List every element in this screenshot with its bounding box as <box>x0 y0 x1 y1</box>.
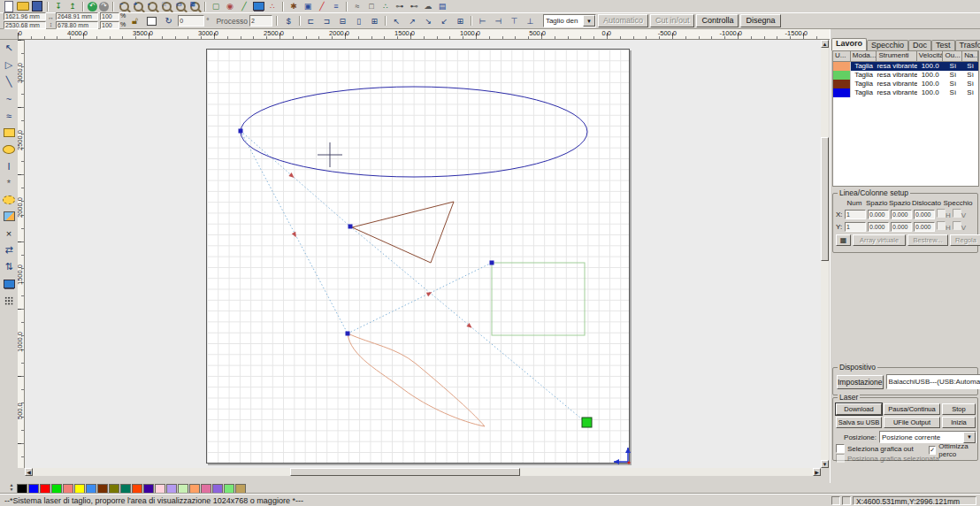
salva-su-usb-button[interactable]: Salva su USB <box>836 417 882 428</box>
laser-head-marker[interactable] <box>582 418 592 427</box>
selection-node[interactable] <box>490 261 494 265</box>
color-swatch[interactable] <box>143 484 154 494</box>
undo-icon[interactable]: ↶ <box>88 2 97 12</box>
cut-mode-combo[interactable]: Taglio den ▼ <box>543 14 596 27</box>
cut-in-out-button[interactable]: Cut in/out <box>650 14 695 27</box>
trace-pen-icon[interactable]: ╱ <box>316 1 328 12</box>
layer-row[interactable]: Tagliaresa vibrante100.0SìSì <box>833 71 978 80</box>
chevron-down-icon[interactable]: ▼ <box>583 15 595 27</box>
curve-tool-icon[interactable]: ≈ <box>351 1 364 12</box>
vertical-scroll-thumb[interactable] <box>821 137 829 261</box>
y-position-field[interactable] <box>4 21 46 29</box>
automatico-button[interactable]: Automatico <box>598 14 648 27</box>
weld-icon[interactable]: $ <box>281 14 296 28</box>
y-array-field-0[interactable] <box>845 222 866 232</box>
simulate-icon[interactable]: ◉ <box>224 1 236 12</box>
import-icon[interactable]: ↧ <box>52 1 65 12</box>
lock-ratio-button[interactable]: 🔓︎ <box>127 14 142 28</box>
zoom-out-icon[interactable]: − <box>118 1 130 12</box>
disegna-button[interactable]: Disegna <box>740 14 780 27</box>
zoom-selection-icon[interactable]: ▪ <box>146 1 158 12</box>
travel-path-2[interactable] <box>241 131 348 334</box>
processo-field[interactable] <box>249 15 272 27</box>
color-swatch[interactable] <box>63 484 73 494</box>
selection-node[interactable] <box>239 129 243 134</box>
fit-vertical-icon[interactable]: ▯ <box>351 14 366 28</box>
group-icon[interactable]: ⊶ <box>394 1 406 12</box>
ungroup-icon[interactable]: ⊷ <box>408 1 420 12</box>
scale-x-field[interactable] <box>100 12 119 20</box>
x-mirror-h-checkbox[interactable] <box>937 209 946 218</box>
redo-icon[interactable]: ↷ <box>99 2 109 12</box>
y-array-field-3[interactable] <box>914 222 935 232</box>
x-position-field[interactable] <box>4 12 46 20</box>
inizia-button[interactable]: Inizia <box>942 417 976 428</box>
array-tool-icon[interactable] <box>1 294 17 307</box>
color-swatch[interactable] <box>97 484 108 494</box>
rect-outline-icon[interactable]: □ <box>365 1 378 12</box>
width-field[interactable] <box>56 12 98 20</box>
properties-panel-icon[interactable]: ▤ <box>436 1 448 12</box>
zoom-window-icon[interactable]: ⊞ <box>188 1 201 12</box>
color-swatch[interactable] <box>120 484 131 494</box>
color-swatch[interactable] <box>166 484 177 494</box>
scroll-right-button[interactable]: ▶ <box>813 468 821 476</box>
curve-tool-icon[interactable]: ≈ <box>1 109 17 122</box>
color-swatch[interactable] <box>86 484 96 494</box>
selection-node[interactable] <box>348 225 353 229</box>
zoom-in-icon[interactable]: + <box>132 1 144 12</box>
color-swatch[interactable] <box>178 484 188 494</box>
controlla-button[interactable]: Controlla <box>696 14 739 27</box>
tab-trasforma[interactable]: Trasforma <box>955 40 980 50</box>
line-tool-icon[interactable]: ╲ <box>1 75 17 88</box>
pen-preview-icon[interactable]: ╱ <box>238 1 250 12</box>
x-array-field-2[interactable] <box>891 210 912 219</box>
palette-scroll[interactable]: ▲▼ <box>7 483 16 494</box>
select-tool-icon[interactable]: ↖ <box>1 42 17 55</box>
device-display-icon[interactable]: ▣ <box>302 1 314 12</box>
x-array-field-0[interactable] <box>845 210 866 219</box>
color-swatch[interactable] <box>74 484 85 494</box>
delete-tool-icon[interactable]: × <box>1 226 17 240</box>
rotate-angle-field[interactable] <box>178 15 204 27</box>
rectangle-shape[interactable] <box>492 263 585 335</box>
save-icon[interactable] <box>31 1 43 12</box>
array-preview-button[interactable]: ▦ <box>836 234 851 246</box>
y-mirror-h-checkbox[interactable] <box>937 221 946 230</box>
same-height-icon[interactable]: ⊐ <box>319 14 334 28</box>
node-check-icon[interactable]: ∴ <box>379 1 392 12</box>
horizontal-scrollbar[interactable]: ◀ ▶ <box>25 468 821 476</box>
scale-y-field[interactable] <box>100 21 119 29</box>
triangle-shape[interactable] <box>352 202 454 263</box>
color-swatch[interactable] <box>224 484 234 494</box>
scroll-left-button[interactable]: ◀ <box>25 468 33 476</box>
monitor-icon[interactable] <box>252 1 264 12</box>
align-bottom-right-icon[interactable]: ↘ <box>421 14 436 28</box>
color-swatch[interactable] <box>28 484 39 494</box>
impostazione-button[interactable]: Impostazione <box>837 375 884 389</box>
zoom-all-icon[interactable]: □ <box>160 1 172 12</box>
seleziona-grafica-checkbox[interactable] <box>836 444 845 453</box>
y-array-field-1[interactable] <box>868 222 889 232</box>
list-icon[interactable]: ≡ <box>330 1 342 12</box>
drawing-canvas[interactable] <box>25 40 821 468</box>
align-top-right-icon[interactable]: ↗ <box>405 14 420 28</box>
x-array-field-1[interactable] <box>868 210 889 219</box>
layer-row[interactable]: Tagliaresa vibrante100.0SìSì <box>833 80 978 88</box>
preview-screen-tool-icon[interactable] <box>1 277 17 290</box>
flip-horizontal-tool-icon[interactable]: ⇄ <box>1 243 17 257</box>
flip-vertical-tool-icon[interactable]: ⇅ <box>1 260 17 273</box>
pausa-continua-button[interactable]: Pausa/Continua <box>884 403 940 415</box>
color-swatch[interactable] <box>189 484 200 494</box>
tab-specchio[interactable]: Specchio <box>867 40 908 50</box>
same-size-icon[interactable]: ⊟ <box>335 14 350 28</box>
rotate-icon[interactable]: ↻ <box>161 14 176 28</box>
height-field[interactable] <box>56 21 98 29</box>
ufile-output-button[interactable]: UFile Output <box>884 417 940 428</box>
color-swatch[interactable] <box>109 484 119 494</box>
zoom-page-icon[interactable]: ▭ <box>174 1 187 12</box>
align-right-icon[interactable]: ⊣ <box>491 14 506 28</box>
device-combo[interactable]: BalacchiUSB---(USB:Automatico ▼ <box>886 374 980 389</box>
ellipse-tool-icon[interactable] <box>1 142 17 156</box>
color-swatch[interactable] <box>201 484 211 494</box>
